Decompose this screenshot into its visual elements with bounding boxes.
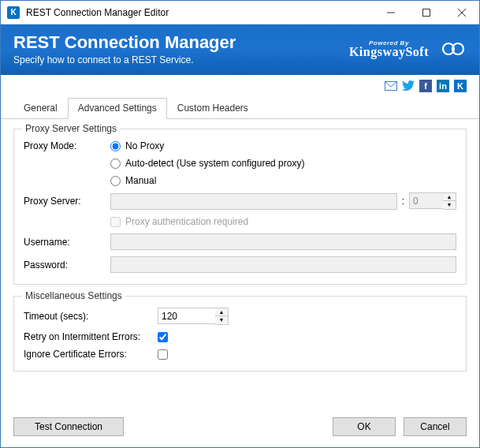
titlebar: K REST Connection Manager Editor (1, 1, 479, 24)
social-row: f in K (1, 75, 479, 95)
maximize-icon (422, 9, 430, 17)
misc-legend: Miscellaneous Settings (22, 290, 125, 301)
timeout-input[interactable] (158, 308, 215, 324)
minimize-button[interactable] (373, 1, 408, 24)
radio-no-proxy-label: No Proxy (125, 140, 164, 151)
proxy-auth-checkbox-row[interactable]: Proxy authentication required (110, 216, 248, 227)
tab-advanced-settings[interactable]: Advanced Settings (68, 98, 167, 119)
proxy-server-input[interactable] (110, 193, 397, 210)
misc-settings-group: Miscellaneous Settings Timeout (secs): ▲… (13, 296, 467, 371)
brand-name: KingswaySoft (349, 45, 429, 59)
header-text: REST Connection Manager Specify how to c… (13, 32, 236, 65)
brand-logo: Powered By KingswaySoft (349, 39, 429, 59)
twitter-icon[interactable] (402, 80, 415, 92)
timeout-spinner[interactable]: ▲ ▼ (158, 308, 229, 325)
radio-no-proxy[interactable]: No Proxy (110, 140, 304, 151)
radio-manual-input[interactable] (110, 176, 121, 186)
password-input[interactable] (110, 256, 456, 273)
proxy-mode-options: No Proxy Auto-detect (Use system configu… (110, 140, 304, 186)
timeout-spin-buttons: ▲ ▼ (215, 308, 229, 325)
tab-custom-headers[interactable]: Custom Headers (167, 98, 259, 119)
username-label: Username: (24, 237, 110, 248)
proxy-port-spin-buttons: ▲ ▼ (443, 192, 456, 210)
proxy-auth-checkbox[interactable] (110, 217, 121, 227)
banner-title: REST Connection Manager (13, 32, 236, 53)
ignore-cert-checkbox[interactable] (158, 349, 168, 360)
banner-subtitle: Specify how to connect to a REST Service… (13, 54, 236, 65)
proxy-port-spinner[interactable]: ▲ ▼ (409, 192, 456, 210)
radio-auto-detect-label: Auto-detect (Use system configured proxy… (125, 158, 304, 169)
radio-auto-detect-input[interactable] (110, 159, 121, 169)
minimize-icon (387, 9, 395, 17)
radio-no-proxy-input[interactable] (110, 141, 121, 151)
powered-by-label: Powered By (369, 39, 409, 47)
close-button[interactable] (444, 1, 479, 24)
test-connection-button[interactable]: Test Connection (13, 417, 124, 436)
header-right: Powered By KingswaySoft (349, 39, 467, 59)
timeout-label: Timeout (secs): (24, 311, 158, 322)
maximize-button[interactable] (408, 1, 444, 24)
radio-auto-detect[interactable]: Auto-detect (Use system configured proxy… (110, 158, 304, 169)
facebook-icon[interactable]: f (419, 80, 432, 92)
timeout-down[interactable]: ▼ (215, 316, 228, 324)
dialog-window: K REST Connection Manager Editor REST Co… (0, 0, 480, 448)
tab-general[interactable]: General (13, 98, 68, 119)
proxy-auth-label: Proxy authentication required (125, 216, 248, 227)
timeout-up[interactable]: ▲ (215, 308, 228, 316)
tab-strip: General Advanced Settings Custom Headers (1, 97, 479, 119)
linkedin-icon[interactable]: in (437, 80, 449, 92)
swirl-icon (440, 40, 467, 58)
proxy-port-separator: : (402, 196, 404, 207)
proxy-port-down[interactable]: ▼ (443, 201, 456, 209)
header-banner: REST Connection Manager Specify how to c… (1, 24, 479, 75)
window-title: REST Connection Manager Editor (26, 7, 373, 18)
proxy-port-up[interactable]: ▲ (443, 193, 456, 201)
cancel-button[interactable]: Cancel (404, 417, 467, 436)
ok-button[interactable]: OK (333, 417, 396, 436)
proxy-mode-label: Proxy Mode: (24, 140, 110, 151)
mail-icon[interactable] (385, 80, 397, 92)
tab-content: Proxy Server Settings Proxy Mode: No Pro… (1, 119, 479, 409)
close-icon (458, 9, 466, 17)
radio-manual[interactable]: Manual (110, 175, 304, 186)
proxy-port-input[interactable] (409, 192, 443, 209)
username-input[interactable] (110, 233, 456, 250)
retry-label: Retry on Intermittent Errors: (24, 331, 158, 342)
app-icon: K (7, 6, 20, 19)
svg-rect-1 (422, 9, 430, 16)
ignore-cert-label: Ignore Certificate Errors: (24, 349, 158, 360)
proxy-legend: Proxy Server Settings (22, 123, 120, 134)
proxy-server-label: Proxy Server: (24, 196, 110, 207)
dialog-footer: Test Connection OK Cancel (1, 409, 479, 447)
kingsway-icon[interactable]: K (454, 80, 467, 92)
retry-checkbox[interactable] (158, 332, 168, 342)
password-label: Password: (24, 259, 110, 271)
proxy-settings-group: Proxy Server Settings Proxy Mode: No Pro… (13, 129, 467, 285)
radio-manual-label: Manual (125, 175, 156, 186)
